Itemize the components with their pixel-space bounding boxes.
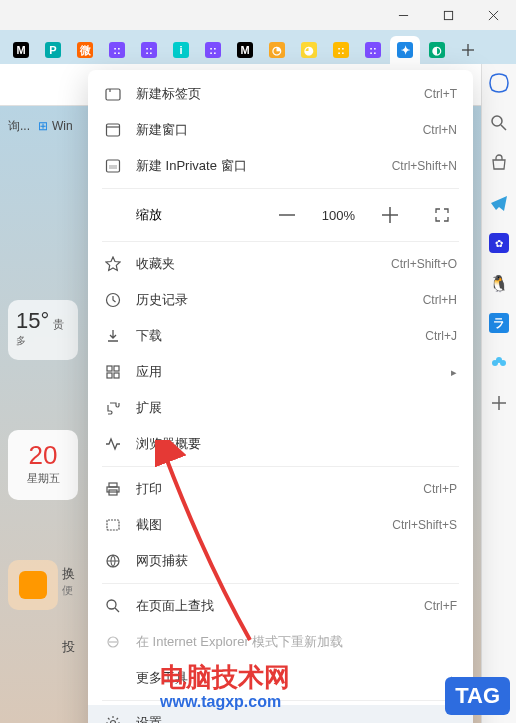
menu-new-tab[interactable]: 新建标签页 Ctrl+T <box>88 76 473 112</box>
tab-active[interactable]: ✦ <box>390 36 420 64</box>
main-menu: 新建标签页 Ctrl+T 新建窗口 Ctrl+N 新建 InPrivate 窗口… <box>88 70 473 723</box>
svg-line-17 <box>501 125 506 130</box>
date-number: 20 <box>18 440 68 471</box>
cloud-icon[interactable] <box>488 352 510 374</box>
tab[interactable]: ◔ <box>262 36 292 64</box>
svg-rect-35 <box>114 366 119 371</box>
bookmark-item[interactable]: 询... <box>8 118 30 135</box>
shopping-icon[interactable] <box>488 152 510 174</box>
menu-print[interactable]: 打印 Ctrl+P <box>88 471 473 507</box>
svg-point-16 <box>492 116 502 126</box>
menu-find[interactable]: 在页面上查找 Ctrl+F <box>88 588 473 624</box>
tab[interactable]: :: <box>102 36 132 64</box>
svg-rect-1 <box>444 11 452 19</box>
app-icon[interactable]: ラ <box>488 312 510 334</box>
svg-rect-36 <box>107 373 112 378</box>
baidu-icon[interactable]: ✿ <box>488 232 510 254</box>
date-card[interactable]: 20 星期五 <box>8 430 78 500</box>
find-icon <box>104 597 122 615</box>
close-button[interactable] <box>471 0 516 30</box>
svg-rect-34 <box>107 366 112 371</box>
qq-icon[interactable]: 🐧 <box>488 272 510 294</box>
zoom-value: 100% <box>322 208 355 223</box>
menu-history[interactable]: 历史记录 Ctrl+H <box>88 282 473 318</box>
zoom-out-button[interactable] <box>272 200 302 230</box>
tab[interactable]: M <box>230 36 260 64</box>
weather-temp: 15° <box>16 308 49 334</box>
menu-separator <box>102 583 459 584</box>
menu-performance[interactable]: 浏览器概要 <box>88 426 473 462</box>
tile-text: 换便 <box>62 565 75 598</box>
menu-ie-mode: 在 Internet Explorer 模式下重新加载 <box>88 624 473 660</box>
tab[interactable]: :: <box>358 36 388 64</box>
menu-favorites[interactable]: 收藏夹 Ctrl+Shift+O <box>88 246 473 282</box>
copilot-icon[interactable] <box>488 72 510 94</box>
new-tab-button[interactable] <box>454 36 482 64</box>
history-icon <box>104 291 122 309</box>
tab[interactable]: :: <box>198 36 228 64</box>
minimize-button[interactable] <box>381 0 426 30</box>
menu-separator <box>102 466 459 467</box>
puzzle-icon <box>104 399 122 417</box>
svg-rect-24 <box>106 89 120 100</box>
print-icon <box>104 480 122 498</box>
tab[interactable]: :: <box>326 36 356 64</box>
svg-rect-26 <box>107 124 120 136</box>
maximize-button[interactable] <box>426 0 471 30</box>
titlebar <box>0 0 516 30</box>
quick-tile[interactable] <box>8 560 58 610</box>
tab-strip: M P 微 :: :: i :: M ◔ ◕ :: :: ✦ ◐ <box>0 30 516 64</box>
zoom-in-button[interactable] <box>375 200 405 230</box>
chevron-right-icon: ▸ <box>451 366 457 379</box>
svg-rect-37 <box>114 373 119 378</box>
tag-badge: TAG <box>445 677 510 715</box>
menu-new-window[interactable]: 新建窗口 Ctrl+N <box>88 112 473 148</box>
search-icon[interactable] <box>488 112 510 134</box>
apps-icon <box>104 363 122 381</box>
svg-point-20 <box>496 357 502 363</box>
date-weekday: 星期五 <box>18 471 68 486</box>
menu-apps[interactable]: 应用 ▸ <box>88 354 473 390</box>
tab[interactable]: :: <box>134 36 164 64</box>
tab[interactable]: ◕ <box>294 36 324 64</box>
search-hint: 投 <box>62 638 75 656</box>
add-icon[interactable] <box>488 392 510 414</box>
menu-web-capture[interactable]: 网页捕获 <box>88 543 473 579</box>
menu-extensions[interactable]: 扩展 <box>88 390 473 426</box>
watermark: 电脑技术网 www.tagxp.com <box>160 660 290 711</box>
download-icon <box>104 327 122 345</box>
svg-line-44 <box>115 608 119 612</box>
svg-rect-38 <box>109 483 117 487</box>
bookmark-item[interactable]: ⊞Win <box>38 119 73 133</box>
svg-rect-41 <box>107 520 119 530</box>
menu-separator <box>102 241 459 242</box>
svg-rect-29 <box>109 165 117 169</box>
ie-icon <box>104 633 122 651</box>
tab[interactable]: ◐ <box>422 36 452 64</box>
inprivate-icon <box>104 157 122 175</box>
webcapture-icon <box>104 552 122 570</box>
screenshot-icon <box>104 516 122 534</box>
menu-downloads[interactable]: 下载 Ctrl+J <box>88 318 473 354</box>
sidebar: ✿ 🐧 ラ <box>481 64 516 723</box>
new-tab-icon <box>104 85 122 103</box>
telegram-icon[interactable] <box>488 192 510 214</box>
weather-card[interactable]: 15°贵 多 <box>8 300 78 360</box>
menu-zoom: 缩放 100% <box>88 193 473 237</box>
menu-new-inprivate[interactable]: 新建 InPrivate 窗口 Ctrl+Shift+N <box>88 148 473 184</box>
svg-point-43 <box>107 600 116 609</box>
gear-icon <box>104 714 122 723</box>
tab[interactable]: P <box>38 36 68 64</box>
pulse-icon <box>104 435 122 453</box>
tab[interactable]: M <box>6 36 36 64</box>
star-icon <box>104 255 122 273</box>
window-icon <box>104 121 122 139</box>
tab[interactable]: i <box>166 36 196 64</box>
fullscreen-button[interactable] <box>427 200 457 230</box>
tab[interactable]: 微 <box>70 36 100 64</box>
menu-screenshot[interactable]: 截图 Ctrl+Shift+S <box>88 507 473 543</box>
menu-separator <box>102 188 459 189</box>
